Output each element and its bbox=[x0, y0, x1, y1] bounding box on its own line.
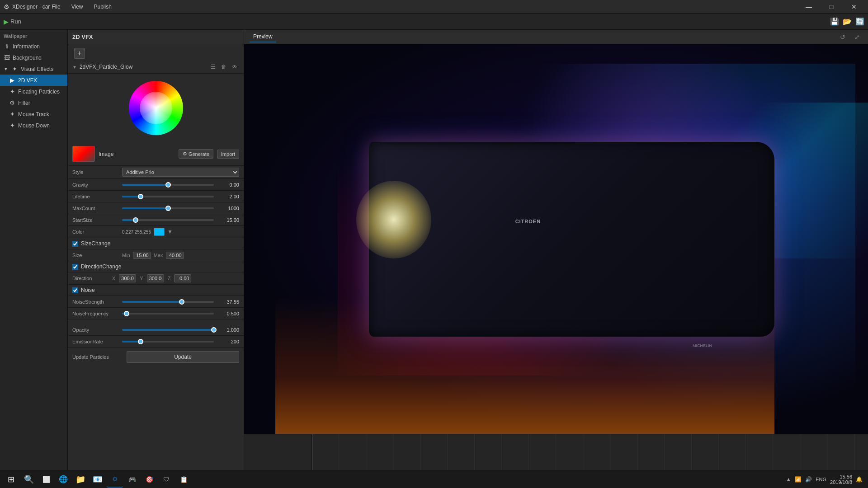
network-icon[interactable]: 📶 bbox=[795, 476, 802, 483]
lifetime-label: Lifetime bbox=[72, 194, 122, 199]
startsize-value: 15.00 bbox=[217, 217, 239, 223]
noisefreq-slider-thumb[interactable] bbox=[124, 311, 129, 316]
import-button[interactable]: Import bbox=[217, 150, 239, 159]
maxcount-slider-track[interactable] bbox=[122, 207, 214, 209]
startsize-slider-thumb[interactable] bbox=[133, 217, 138, 223]
startsize-slider-track[interactable] bbox=[122, 219, 214, 221]
search-taskbar-icon[interactable]: 🔍 bbox=[21, 471, 37, 488]
sidebar-item-visual-effects[interactable]: ▼ ✦ Visual Effects bbox=[0, 63, 67, 75]
noisestrength-slider-thumb[interactable] bbox=[179, 299, 184, 305]
app-icon-3[interactable]: 🛡 bbox=[158, 471, 175, 488]
effect-item: ▼ 2dVFX_Particle_Glow ☰ 🗑 👁 bbox=[68, 61, 244, 74]
sidebar-item-filter[interactable]: ⚙ Filter bbox=[0, 97, 67, 108]
noisestrength-label: NoiseStrength bbox=[72, 299, 122, 305]
size-control: Min 15.00 Max 40.00 bbox=[122, 252, 239, 259]
update-button[interactable]: Update bbox=[127, 351, 239, 363]
toolbar-refresh-icon[interactable]: 🔄 bbox=[855, 17, 864, 26]
fullscreen-icon[interactable]: ⤢ bbox=[852, 32, 863, 42]
menu-file[interactable]: File bbox=[50, 3, 62, 11]
dir-z-input[interactable] bbox=[174, 274, 191, 282]
effect-delete-icon[interactable]: 🗑 bbox=[219, 62, 228, 71]
size-max-value: 40.00 bbox=[166, 252, 184, 259]
clock-time: 15:56 bbox=[830, 474, 852, 479]
sidebar-item-mouse-track[interactable]: ✦ Mouse Track bbox=[0, 108, 67, 120]
headlight-glow bbox=[356, 181, 431, 258]
effect-visibility-icon[interactable]: 👁 bbox=[230, 62, 239, 71]
sidebar-item-floating-particles[interactable]: ✦ Floating Particles bbox=[0, 86, 67, 97]
run-button[interactable]: ▶ Run bbox=[4, 18, 21, 25]
language-indicator[interactable]: ENG bbox=[816, 477, 826, 482]
gravity-slider-track[interactable] bbox=[122, 184, 214, 186]
emissionrate-slider-thumb[interactable] bbox=[138, 339, 143, 344]
tray-icon-1[interactable]: ▲ bbox=[786, 476, 791, 483]
emissionrate-slider-track[interactable] bbox=[122, 341, 214, 343]
color-wheel[interactable] bbox=[129, 81, 183, 135]
filter-icon: ⚙ bbox=[9, 99, 15, 106]
color-label: Color bbox=[72, 229, 122, 235]
lifetime-slider-thumb[interactable] bbox=[138, 194, 143, 199]
blue-glow bbox=[512, 64, 855, 414]
noise-label: Noise bbox=[81, 287, 95, 293]
sidebar-item-background[interactable]: 🖼 Background bbox=[0, 52, 67, 63]
maximize-button[interactable]: □ bbox=[821, 0, 842, 14]
add-effect-button[interactable]: + bbox=[74, 48, 85, 59]
preview-tab[interactable]: Preview bbox=[250, 32, 276, 42]
noisefreq-value: 0.500 bbox=[217, 311, 239, 316]
timeline-track[interactable] bbox=[312, 434, 868, 470]
explorer-icon[interactable]: 📁 bbox=[72, 471, 89, 488]
lifetime-value: 2.00 bbox=[217, 194, 239, 199]
sidebar-item-2dvfx[interactable]: ▶ 2D VFX bbox=[0, 75, 67, 86]
noisestrength-slider-track[interactable] bbox=[122, 301, 214, 303]
directionchange-checkbox[interactable] bbox=[72, 264, 78, 270]
lifetime-slider-track[interactable] bbox=[122, 196, 214, 197]
effect-name: 2dVFX_Particle_Glow bbox=[80, 64, 206, 70]
color-swatch[interactable] bbox=[154, 228, 165, 236]
xdesigner-icon[interactable]: ⚙ bbox=[107, 471, 123, 488]
panel: 2D VFX + ▼ 2dVFX_Particle_Glow ☰ 🗑 👁 Ima… bbox=[68, 30, 244, 470]
timeline bbox=[244, 434, 868, 470]
style-select[interactable]: Additive Prio bbox=[122, 168, 239, 177]
image-thumbnail bbox=[72, 146, 95, 162]
app-icon-4[interactable]: 📋 bbox=[175, 471, 192, 488]
prop-lifetime: Lifetime 2.00 bbox=[68, 191, 244, 202]
opacity-slider-track[interactable] bbox=[122, 329, 214, 331]
close-button[interactable]: ✕ bbox=[844, 0, 864, 14]
minimize-button[interactable]: — bbox=[798, 0, 819, 14]
refresh-preview-icon[interactable]: ↺ bbox=[837, 32, 848, 42]
app-icon-2[interactable]: 🎯 bbox=[141, 471, 157, 488]
clock[interactable]: 15:56 2019/10/8 bbox=[830, 474, 852, 485]
opacity-slider-thumb[interactable] bbox=[211, 327, 217, 333]
chrome-icon[interactable]: 🌐 bbox=[55, 471, 71, 488]
toolbar-folder-icon[interactable]: 📂 bbox=[843, 17, 852, 26]
start-button[interactable]: ⊞ bbox=[2, 471, 20, 488]
generate-icon: ⚙ bbox=[183, 151, 187, 157]
dir-y-input[interactable] bbox=[147, 274, 164, 282]
effect-settings-icon[interactable]: ☰ bbox=[208, 62, 217, 71]
menu-publish[interactable]: Publish bbox=[92, 3, 113, 11]
maxcount-slider-thumb[interactable] bbox=[165, 206, 171, 211]
dir-x-input[interactable] bbox=[119, 274, 136, 282]
effect-expand-icon[interactable]: ▼ bbox=[72, 65, 77, 70]
generate-button[interactable]: ⚙ Generate bbox=[179, 149, 213, 159]
sidebar-item-mouse-down[interactable]: ✦ Mouse Down bbox=[0, 120, 67, 131]
menu-view[interactable]: View bbox=[70, 3, 85, 11]
sidebar-item-information[interactable]: ℹ Information bbox=[0, 41, 67, 52]
notification-icon[interactable]: 🔔 bbox=[856, 476, 863, 483]
import-label: Import bbox=[221, 151, 235, 157]
taskview-icon[interactable]: ⬜ bbox=[38, 471, 54, 488]
floating-particles-icon: ✦ bbox=[9, 88, 15, 95]
noise-checkbox[interactable] bbox=[72, 287, 78, 293]
color-dropdown-icon[interactable]: ▼ bbox=[167, 229, 173, 235]
volume-icon[interactable]: 🔊 bbox=[805, 476, 812, 483]
noisefreq-slider-track[interactable] bbox=[122, 313, 214, 314]
mail-icon[interactable]: 📧 bbox=[90, 471, 106, 488]
image-label: Image bbox=[99, 151, 113, 157]
sizechange-checkbox[interactable] bbox=[72, 241, 78, 247]
maxcount-label: MaxCount bbox=[72, 206, 122, 211]
gravity-slider-thumb[interactable] bbox=[165, 182, 171, 188]
toolbar-save-icon[interactable]: 💾 bbox=[830, 17, 839, 26]
window-controls: — □ ✕ bbox=[798, 0, 864, 14]
sidebar: Wallpaper ℹ Information 🖼 Background ▼ ✦… bbox=[0, 30, 68, 470]
2dvfx-icon: ▶ bbox=[9, 77, 15, 84]
app-icon-1[interactable]: 🎮 bbox=[124, 471, 140, 488]
